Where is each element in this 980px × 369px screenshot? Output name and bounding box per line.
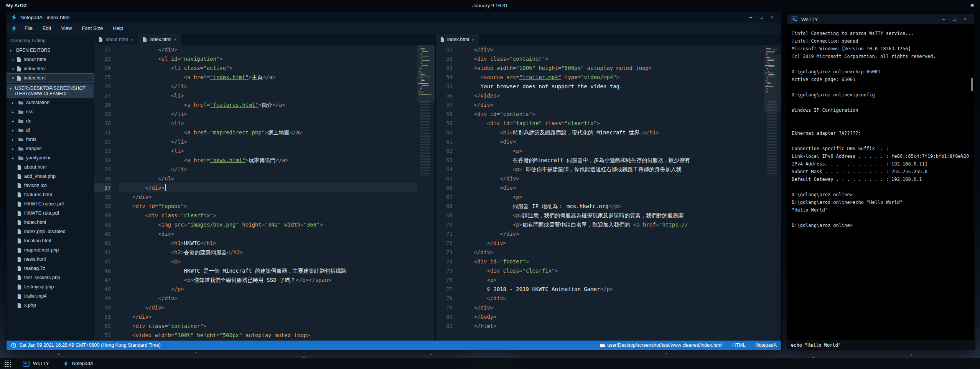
open-editor-item[interactable]: ×index.html [7, 64, 94, 73]
workspace-header[interactable]: ▾ USER:/DESKTOP/SCREENSHOT /TEST/WWW CLE… [7, 84, 94, 98]
wstty-titlebar[interactable]: >_ WsTTY – □ × [787, 14, 974, 24]
open-editors-header[interactable]: ▾ OPEN EDITORS [7, 46, 94, 55]
code-line[interactable]: <img src="images/box.png" height="342" w… [119, 220, 417, 229]
close-button[interactable]: × [960, 14, 970, 25]
code-line[interactable]: </li> [119, 82, 417, 91]
code-line[interactable]: </div> [461, 238, 764, 248]
code-line[interactable]: </div> [461, 45, 764, 54]
code-line[interactable]: <ul id="navigation"> [119, 54, 417, 63]
code-line[interactable]: Your browser does not support the video … [461, 82, 764, 91]
code-line[interactable]: </li> [119, 165, 417, 174]
tree-file[interactable]: index.html [7, 218, 94, 227]
code-line[interactable]: <div class="container"> [119, 321, 417, 331]
code-area[interactable]: </div> <div class="container"> <video wi… [458, 45, 764, 341]
statusbar-language-mode[interactable]: HTML [732, 343, 745, 348]
tree-file[interactable]: testmysql.php [7, 282, 94, 291]
code-line[interactable]: <div id="contents"> [461, 109, 764, 119]
app-launcher-icon[interactable] [5, 361, 11, 367]
system-brand[interactable]: My ArOZ [6, 3, 27, 8]
tree-file[interactable]: x.php [7, 301, 94, 310]
open-editor-item[interactable]: ×index.html [7, 73, 94, 83]
menu-file[interactable]: File [20, 23, 38, 33]
tree-file[interactable]: trailer.mp4 [7, 291, 94, 301]
code-line[interactable]: <div class="clearfix"> [461, 266, 764, 275]
tree-file[interactable]: mapredirect.php [7, 245, 94, 255]
hamburger-menu-icon[interactable]: ≡ [970, 2, 974, 9]
code-line[interactable]: <p> [119, 257, 417, 266]
tree-file[interactable]: favicon.ico [7, 181, 94, 190]
code-line[interactable]: <a href="news.html">玩家傳送門</a> [119, 156, 417, 165]
taskbar-item-wstty[interactable]: >_WsTTY [19, 359, 53, 368]
tree-folder[interactable]: ▸images [7, 144, 94, 153]
code-line[interactable]: HKWTC 是一個 Minecraft 的建築伺服器，主要建築計劃包括鐵路 [119, 266, 417, 275]
close-editor-icon[interactable]: × [12, 76, 14, 80]
code-line[interactable]: <p> 即使你不是建築師，你也能透過紅石師或鐵路工程師的身份加入我 [461, 165, 764, 174]
code-line[interactable]: </div> [119, 294, 417, 303]
editor-tab[interactable]: about.html× [94, 34, 138, 45]
close-button[interactable]: × [767, 12, 777, 23]
maximize-button[interactable]: □ [949, 14, 960, 25]
code-line[interactable]: <h2>香港的建築伺服器</h2> [119, 248, 417, 257]
code-line[interactable]: <b>你知道我們全線伺服器已轉用 SSD 了嗎？</b></span> [119, 275, 417, 285]
code-line[interactable]: <a href="mapredirect.php">網上地圖</a> [119, 128, 417, 137]
code-line[interactable]: </div> [461, 303, 764, 312]
tree-folder[interactable]: ▸autostation [7, 98, 94, 107]
code-line[interactable]: <li> [119, 91, 417, 100]
editor-tab[interactable]: index.html× [138, 34, 181, 45]
code-line[interactable]: </div> [461, 248, 764, 257]
code-line[interactable]: <video width="100%" height="500px" autop… [119, 331, 417, 340]
terminal-scrollbar[interactable] [971, 78, 973, 91]
code-line[interactable]: </video> [461, 91, 764, 100]
code-line[interactable]: <div class="container"> [461, 54, 764, 63]
tree-file[interactable]: news.html [7, 255, 94, 264]
tree-file[interactable]: HKWTC notice.pdf [7, 199, 94, 208]
tree-file[interactable]: add_vhost.php [7, 172, 94, 181]
code-line[interactable]: <div> [119, 229, 417, 238]
terminal-input[interactable] [791, 343, 970, 348]
minimap[interactable] [417, 45, 435, 341]
code-line[interactable]: <video width="100%" height="500px" autop… [461, 63, 764, 73]
code-line[interactable]: <div id="topbox"> [119, 202, 417, 211]
code-line[interactable]: <a href="features.html">簡介</a> [119, 100, 417, 109]
minimap[interactable] [764, 45, 781, 341]
code-line[interactable]: <li> [119, 119, 417, 128]
code-line[interactable]: <h1>HKWTC</h1> [119, 238, 417, 248]
minimize-button[interactable]: – [938, 14, 949, 25]
tree-folder[interactable]: ▸dc [7, 116, 94, 126]
tree-file[interactable]: teabag.7z [7, 264, 94, 273]
code-line[interactable]: <div id="footer"> [461, 257, 764, 266]
maximize-button[interactable]: □ [756, 12, 767, 23]
close-tab-icon[interactable]: × [472, 37, 474, 42]
code-line[interactable]: <source src="trailer.mp4" type="video/mp… [461, 73, 764, 82]
tree-file[interactable]: about.html [7, 162, 94, 172]
menu-edit[interactable]: Edit [38, 23, 56, 33]
code-line[interactable]: 在香港的Minecraft 伺服器中，多為小遊戲和純生存的伺服器，較少擁有 [461, 156, 764, 165]
code-line[interactable]: </html> [461, 321, 764, 331]
code-line[interactable]: </div> [119, 183, 417, 192]
menu-font-size[interactable]: Font Size [77, 23, 108, 33]
code-line[interactable]: </div> [461, 100, 764, 109]
open-editor-item[interactable]: ×about.html [7, 55, 94, 64]
notepad-titlebar[interactable]: NotepadA - index.html – □ × [7, 12, 781, 23]
code-line[interactable]: <h1>特別為建築及鐵路而設，現代化的 Minecraft 世界.</h1> [461, 128, 764, 137]
menu-view[interactable]: View [56, 23, 77, 33]
tree-file[interactable]: test_sockets.php [7, 273, 94, 282]
terminal-output[interactable]: [info] Connecting to arozos WsTTY servic… [787, 24, 974, 340]
code-line[interactable]: © 2018 - 2019 HKWTC Animation Gamer</p> [461, 285, 764, 294]
code-line[interactable]: <p> [461, 146, 764, 156]
code-line[interactable]: 伺服器 IP 地址為： mcs.hkwtc.org</p> [461, 202, 764, 211]
tree-file[interactable]: features.html [7, 190, 94, 199]
editor-tab[interactable]: index.html× [436, 34, 479, 45]
statusbar-file-path[interactable]: user/Desktop/screenshot/test/www cleaned… [607, 343, 722, 348]
code-line[interactable]: </body> [461, 312, 764, 321]
code-line[interactable]: <p> [461, 275, 764, 285]
code-line[interactable]: <div> [461, 183, 764, 192]
tree-folder[interactable]: ▸dl [7, 126, 94, 135]
code-line[interactable]: <a href="index.html">主頁</a> [119, 73, 417, 82]
code-line[interactable]: </div> [119, 303, 417, 312]
code-line[interactable]: <p>請注意，我們的伺服器為確保玩家及遊玩時的質素，我們對的服務開 [461, 211, 764, 220]
tree-file[interactable]: location.html [7, 236, 94, 245]
code-line[interactable]: </li> [119, 137, 417, 146]
code-line[interactable]: </div> [119, 45, 417, 54]
close-editor-icon[interactable]: × [12, 67, 14, 71]
